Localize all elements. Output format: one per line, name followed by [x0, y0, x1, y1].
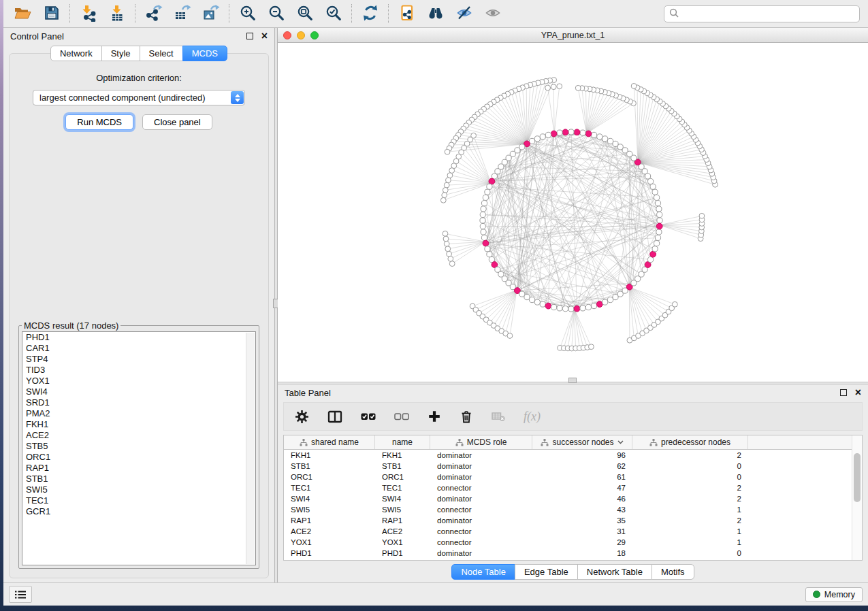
leaf-node[interactable]	[672, 301, 677, 307]
mcds-result-item[interactable]: TID3	[22, 365, 255, 376]
network-node[interactable]	[617, 144, 623, 150]
float-table-panel-icon[interactable]	[840, 389, 847, 396]
mcds-result-item[interactable]: ACE2	[22, 430, 255, 441]
network-node[interactable]	[481, 206, 486, 212]
column-header-MCDS-role[interactable]: MCDS role	[430, 435, 532, 449]
leaf-node[interactable]	[551, 84, 556, 90]
tab-network[interactable]: Network	[50, 46, 102, 61]
mcds-node[interactable]	[562, 129, 568, 135]
leaf-node[interactable]	[699, 213, 705, 218]
split-columns-button[interactable]	[327, 410, 342, 424]
network-node[interactable]	[613, 295, 618, 300]
network-node[interactable]	[534, 299, 540, 305]
mcds-result-item[interactable]: ORC1	[22, 452, 255, 463]
network-node[interactable]	[568, 306, 574, 312]
zoom-fit-button[interactable]	[293, 3, 316, 24]
mcds-node[interactable]	[596, 301, 602, 308]
network-node[interactable]	[654, 195, 660, 200]
network-node[interactable]	[602, 136, 608, 142]
mcds-result-item[interactable]: RAP1	[22, 463, 255, 474]
save-session-button[interactable]	[40, 3, 63, 24]
export-image-button[interactable]	[199, 3, 222, 24]
mcds-result-item[interactable]: SWI4	[22, 386, 255, 397]
network-node[interactable]	[481, 229, 486, 235]
leaf-node[interactable]	[445, 246, 451, 252]
network-canvas[interactable]	[278, 43, 868, 382]
leaf-node[interactable]	[444, 182, 449, 188]
network-node[interactable]	[656, 206, 662, 212]
export-table-button[interactable]	[171, 3, 193, 24]
mcds-node[interactable]	[574, 306, 580, 312]
import-network-button[interactable]	[77, 3, 99, 24]
network-node[interactable]	[655, 201, 660, 206]
mcds-node[interactable]	[585, 131, 592, 137]
network-node[interactable]	[557, 130, 562, 135]
network-node[interactable]	[613, 141, 618, 146]
close-table-panel-icon[interactable]: ×	[855, 389, 861, 396]
open-file-button[interactable]	[12, 3, 34, 24]
network-graph[interactable]	[278, 43, 867, 382]
network-node[interactable]	[645, 174, 651, 179]
network-node[interactable]	[650, 184, 656, 189]
mcds-result-item[interactable]: PMA2	[22, 408, 255, 419]
tab-style[interactable]: Style	[101, 46, 140, 61]
tab-network-table[interactable]: Network Table	[577, 564, 652, 580]
leaf-node[interactable]	[448, 257, 453, 262]
network-node[interactable]	[534, 136, 540, 142]
tab-motifs[interactable]: Motifs	[652, 564, 694, 580]
search-input[interactable]	[679, 8, 855, 20]
column-header-shared-name[interactable]: shared name	[284, 435, 375, 449]
leaf-node[interactable]	[443, 188, 448, 193]
network-node[interactable]	[648, 257, 654, 262]
mcds-node[interactable]	[483, 240, 489, 246]
minimize-window-traffic-light[interactable]	[297, 31, 305, 39]
network-node[interactable]	[551, 304, 557, 310]
table-scrollbar[interactable]	[852, 435, 862, 560]
unselect-all-checkboxes-icon[interactable]	[394, 412, 409, 421]
leaf-node[interactable]	[444, 242, 449, 247]
import-table-button[interactable]	[106, 3, 128, 24]
network-node[interactable]	[580, 130, 585, 135]
export-network-button[interactable]	[142, 3, 165, 24]
binoculars-button[interactable]	[424, 3, 447, 24]
table-row[interactable]: YOX1YOX1connector291	[284, 537, 862, 548]
table-row[interactable]: STB1STB1dominator620	[284, 461, 862, 472]
task-history-button[interactable]	[9, 586, 32, 603]
network-node[interactable]	[485, 246, 490, 252]
mcds-result-item[interactable]: SRD1	[22, 397, 255, 408]
leaf-node[interactable]	[575, 85, 581, 90]
memory-button[interactable]: Memory	[805, 587, 863, 602]
table-row[interactable]: RAP1RAP1dominator352	[284, 515, 862, 526]
network-node[interactable]	[657, 218, 662, 223]
optimization-criterion-select[interactable]: largest connected component (undirected)	[33, 90, 245, 105]
network-node[interactable]	[562, 306, 568, 312]
network-node[interactable]	[545, 132, 551, 137]
network-node[interactable]	[607, 297, 613, 303]
close-panel-button[interactable]: Close panel	[142, 114, 212, 130]
network-node[interactable]	[580, 306, 585, 311]
mcds-result-list[interactable]: PHD1CAR1STP4TID3YOX1SWI4SRD1PMA2FKH1ACE2…	[22, 331, 256, 565]
leaf-node[interactable]	[545, 85, 551, 90]
leaf-node[interactable]	[446, 178, 451, 183]
network-node[interactable]	[652, 246, 658, 252]
network-node[interactable]	[557, 306, 562, 311]
network-node[interactable]	[487, 184, 492, 189]
mcds-result-item[interactable]: FKH1	[22, 419, 255, 430]
mcds-result-item[interactable]: CAR1	[22, 343, 255, 354]
zoom-in-button[interactable]	[236, 3, 259, 24]
network-node[interactable]	[540, 134, 545, 139]
network-node[interactable]	[607, 138, 613, 144]
network-window-titlebar[interactable]: YPA_prune.txt_1	[278, 28, 868, 43]
network-node[interactable]	[480, 218, 485, 223]
network-node[interactable]	[480, 223, 485, 229]
close-window-traffic-light[interactable]	[283, 31, 291, 39]
leaf-node[interactable]	[440, 197, 446, 203]
float-panel-icon[interactable]	[246, 33, 253, 39]
network-node[interactable]	[487, 252, 492, 257]
network-node[interactable]	[529, 297, 534, 303]
leaf-node[interactable]	[507, 333, 513, 339]
mcds-result-item[interactable]: YOX1	[22, 376, 255, 386]
mcds-result-item[interactable]: STB5	[22, 441, 255, 452]
network-node[interactable]	[652, 189, 658, 195]
search-field[interactable]	[664, 5, 860, 22]
